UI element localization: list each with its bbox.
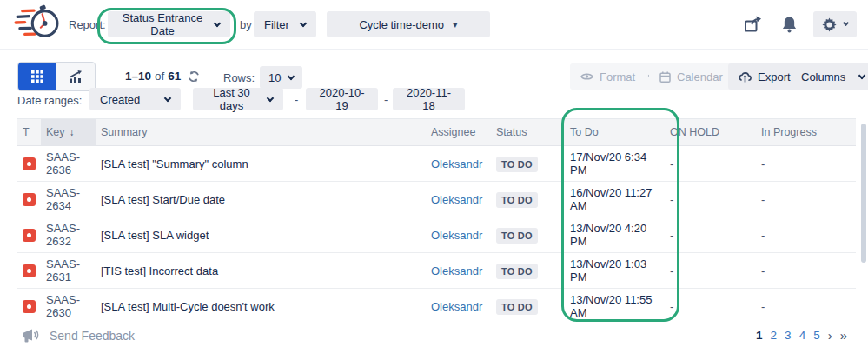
issue-row[interactable]: SAAS-2632[SLA test] SLA widgetOleksandrT…: [17, 217, 856, 253]
date-field-dropdown[interactable]: Created: [89, 88, 181, 110]
scope-dropdown[interactable]: Cycle time-demo ▾: [327, 11, 490, 37]
page-next-button[interactable]: ›: [828, 328, 832, 343]
pagination: 12345›»: [756, 328, 847, 343]
status-badge: TO DO: [496, 228, 538, 244]
format-label: Format: [600, 70, 635, 83]
col-key[interactable]: Key↓: [41, 119, 96, 146]
rows-label: Rows:: [223, 71, 255, 84]
page-link[interactable]: 2: [771, 329, 778, 342]
by-label: by: [240, 18, 252, 31]
col-type[interactable]: T: [17, 119, 41, 146]
calendar-icon: [659, 71, 671, 83]
col-summary[interactable]: Summary: [96, 119, 426, 146]
page-last-button[interactable]: »: [840, 328, 847, 343]
col-assignee[interactable]: Assignee: [426, 119, 491, 146]
issue-row[interactable]: SAAS-2631[TIS test] Incorrect dataOleksa…: [17, 253, 856, 289]
share-button[interactable]: [744, 16, 763, 33]
date-from-input[interactable]: 2020-10-19: [306, 88, 378, 110]
chevron-down-icon: [267, 94, 274, 101]
bug-type-icon: [23, 157, 36, 170]
export-label: Export: [758, 70, 791, 83]
rows-dropdown[interactable]: 10: [260, 66, 302, 89]
issue-key[interactable]: SAAS-2636: [41, 146, 96, 182]
filter-dropdown-value: Filter: [264, 18, 289, 31]
issues-table: T Key↓ Summary Assignee Status To Do ON …: [17, 118, 856, 324]
issue-summary[interactable]: [SLA test] Start/Due date: [96, 182, 426, 217]
todo-entrance-date: 13/Nov/20 11:55 AM: [565, 289, 665, 324]
assignee-cell: Oleksandr: [426, 253, 491, 289]
settings-dropdown[interactable]: [813, 11, 857, 37]
date-range-separator2: -: [384, 93, 388, 106]
share-icon: [744, 16, 763, 33]
issue-key[interactable]: SAAS-2634: [41, 182, 96, 217]
assignee-link[interactable]: Oleksandr: [431, 264, 482, 277]
grid-icon: [31, 70, 43, 83]
assignee-cell: Oleksandr: [426, 146, 491, 182]
inprogress-value: -: [756, 253, 856, 289]
issue-row[interactable]: SAAS-2634[SLA test] Start/Due dateOleksa…: [17, 182, 856, 217]
page-current[interactable]: 1: [756, 329, 763, 342]
send-feedback-button[interactable]: Send Feedback: [21, 328, 135, 344]
assignee-link[interactable]: Oleksandr: [431, 229, 482, 242]
status-cell: TO DO: [491, 217, 565, 253]
refresh-button[interactable]: [188, 70, 200, 83]
issue-table-body: SAAS-2636[SLA test] "Summary" columnOlek…: [17, 146, 856, 324]
bug-type-icon: [23, 300, 36, 313]
view-toggle: [17, 62, 96, 91]
issue-summary[interactable]: [SLA test] "Summary" column: [96, 146, 426, 182]
app-logo: [14, 3, 61, 45]
assignee-cell: Oleksandr: [426, 289, 491, 324]
status-badge: TO DO: [496, 299, 538, 315]
pager-range: 1–10: [125, 70, 151, 83]
vertical-scrollbar[interactable]: [861, 124, 866, 263]
issue-row[interactable]: SAAS-2636[SLA test] "Summary" columnOlek…: [17, 146, 856, 182]
columns-dropdown[interactable]: Columns: [791, 63, 868, 90]
report-dropdown[interactable]: Status Entrance Date: [108, 11, 230, 37]
chart-view-button[interactable]: [56, 63, 95, 90]
calendar-label: Calendar: [677, 70, 723, 83]
scope-dropdown-value: Cycle time-demo: [359, 18, 444, 31]
page-link[interactable]: 3: [785, 329, 792, 342]
date-preset-dropdown[interactable]: Last 30 days: [193, 88, 283, 110]
bug-dot: [27, 233, 31, 237]
filter-dropdown[interactable]: Filter: [254, 11, 316, 37]
report-dropdown-value: Status Entrance Date: [118, 11, 207, 37]
col-status[interactable]: Status: [491, 119, 565, 146]
sort-desc-icon: ↓: [70, 126, 75, 138]
caret-down-icon: ▾: [453, 19, 458, 30]
type-cell: [17, 217, 41, 253]
pager-info: 1–10 of 61: [125, 70, 200, 83]
issue-summary[interactable]: [TIS test] Incorrect data: [96, 253, 426, 289]
page-link[interactable]: 4: [799, 329, 806, 342]
col-todo[interactable]: To Do: [565, 119, 665, 146]
page-link[interactable]: 5: [813, 329, 820, 342]
chevron-down-icon: [300, 19, 307, 26]
issue-summary[interactable]: [SLA test] Multi-Cycle doesn't work: [96, 289, 426, 324]
chevron-down-icon: [288, 72, 295, 79]
todo-entrance-date: 17/Nov/20 6:34 PM: [565, 146, 665, 182]
assignee-cell: Oleksandr: [426, 217, 491, 253]
col-inprogress[interactable]: In Progress: [756, 119, 856, 146]
export-cloud-icon: [739, 71, 752, 83]
bell-icon: [781, 16, 798, 33]
bug-dot: [27, 162, 31, 166]
onhold-value: -: [665, 253, 756, 289]
issue-key[interactable]: SAAS-2630: [41, 289, 96, 324]
issue-row[interactable]: SAAS-2630[SLA test] Multi-Cycle doesn't …: [17, 289, 856, 324]
notifications-button[interactable]: [781, 16, 798, 33]
chevron-down-icon: [214, 19, 221, 26]
date-to-input[interactable]: 2020-11-18: [393, 88, 465, 110]
assignee-link[interactable]: Oleksandr: [431, 193, 482, 206]
issue-summary[interactable]: [SLA test] SLA widget: [96, 217, 426, 253]
col-onhold[interactable]: ON HOLD: [665, 119, 756, 146]
issue-key[interactable]: SAAS-2631: [41, 253, 96, 289]
date-preset-value: Last 30 days: [203, 86, 260, 112]
inprogress-value: -: [756, 146, 856, 182]
status-cell: TO DO: [491, 146, 565, 182]
grid-view-button[interactable]: [18, 63, 56, 90]
assignee-link[interactable]: Oleksandr: [431, 157, 482, 170]
issue-key[interactable]: SAAS-2632: [41, 217, 96, 253]
send-feedback-label: Send Feedback: [50, 329, 135, 343]
status-cell: TO DO: [491, 182, 565, 217]
assignee-link[interactable]: Oleksandr: [431, 300, 482, 313]
